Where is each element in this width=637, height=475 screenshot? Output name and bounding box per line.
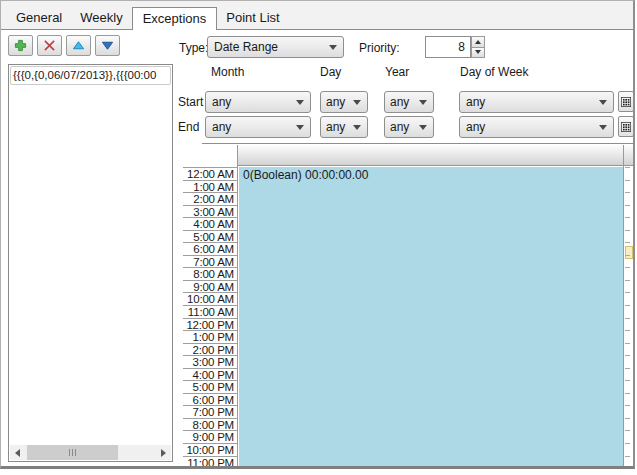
- hour-tick: [625, 330, 633, 343]
- tab-weekly[interactable]: Weekly: [71, 7, 131, 29]
- move-up-icon: [72, 39, 85, 52]
- hour-tick: [625, 180, 633, 193]
- chevron-down-icon: [599, 125, 607, 130]
- grip-icon: [75, 449, 76, 456]
- hour-tick: [625, 456, 633, 466]
- chevron-down-icon: [475, 50, 481, 54]
- start-day-select[interactable]: any: [320, 91, 368, 113]
- scrollbar-thumb[interactable]: [27, 445, 118, 460]
- hour-tick: [625, 292, 633, 305]
- time-label-row: 4:00 AM: [183, 217, 237, 230]
- hour-tick: [625, 405, 633, 418]
- end-year-value: any: [385, 120, 419, 134]
- tab-general[interactable]: General: [7, 7, 71, 29]
- end-row-label: End: [178, 120, 199, 134]
- end-day-select[interactable]: any: [320, 116, 368, 138]
- time-label-row: 7:00 PM: [183, 405, 237, 418]
- tab-point-list[interactable]: Point List: [217, 7, 288, 29]
- hour-tick: [625, 443, 633, 456]
- hour-tick: [625, 167, 633, 180]
- time-label-row: 11:00 AM: [183, 305, 237, 318]
- schedule-top-border: [202, 143, 635, 144]
- column-header-day-of-week: Day of Week: [460, 65, 528, 79]
- scrollbar-track[interactable]: [25, 445, 156, 460]
- start-date-grid-button[interactable]: [618, 91, 634, 112]
- time-label-row: 12:00 AM: [183, 167, 237, 180]
- exception-list-item[interactable]: {{{0,{0,06/07/2013}},{{{00:00: [10, 66, 171, 85]
- time-label-row: 11:00 PM: [183, 456, 237, 466]
- time-label-row: 3:00 PM: [183, 355, 237, 368]
- priority-spinner: [471, 36, 485, 58]
- start-dow-value: any: [460, 95, 599, 109]
- scroll-left-button[interactable]: [10, 445, 25, 460]
- start-year-select[interactable]: any: [384, 91, 434, 113]
- time-label-row: 8:00 AM: [183, 267, 237, 280]
- add-icon: [14, 39, 27, 52]
- chevron-down-icon: [353, 100, 361, 105]
- chevron-down-icon: [599, 100, 607, 105]
- hour-tick: [625, 267, 633, 280]
- chevron-down-icon: [296, 125, 304, 130]
- hour-tick: [625, 192, 633, 205]
- time-label-row: 7:00 AM: [183, 255, 237, 268]
- type-select[interactable]: Date Range: [207, 36, 344, 58]
- start-day-value: any: [321, 95, 353, 109]
- hour-tick: [625, 355, 633, 368]
- time-label-row: 2:00 PM: [183, 343, 237, 356]
- hour-tick: [625, 368, 633, 381]
- chevron-up-icon: [475, 40, 481, 44]
- grip-icon: [72, 449, 73, 456]
- move-down-button[interactable]: [95, 35, 120, 56]
- start-year-value: any: [385, 95, 419, 109]
- end-date-grid-button[interactable]: [618, 116, 634, 137]
- add-exception-button[interactable]: [8, 35, 33, 56]
- schedule-event-label: 0(Boolean) 00:00:00.00: [239, 167, 623, 182]
- spinner-down-button[interactable]: [471, 48, 485, 59]
- schedule-day-grid[interactable]: 0(Boolean) 00:00:00.00: [239, 167, 623, 466]
- chevron-down-icon: [353, 125, 361, 130]
- hour-tick: [625, 217, 633, 230]
- time-label-row: 12:00 PM: [183, 318, 237, 331]
- time-label-row: 9:00 AM: [183, 280, 237, 293]
- tab-exceptions[interactable]: Exceptions: [132, 7, 218, 30]
- move-down-icon: [101, 39, 114, 52]
- chevron-left-icon: [15, 449, 20, 457]
- start-day-of-week-select[interactable]: any: [459, 91, 614, 113]
- hour-tick: [625, 255, 633, 268]
- end-year-select[interactable]: any: [384, 116, 434, 138]
- tab-strip: General Weekly Exceptions Point List: [1, 1, 633, 30]
- time-gutter: 12:00 AM1:00 AM2:00 AM3:00 AM4:00 AM5:00…: [183, 167, 237, 466]
- schedule-column-header: [238, 145, 634, 166]
- end-month-select[interactable]: any: [205, 116, 311, 138]
- scroll-right-button[interactable]: [156, 445, 171, 460]
- chevron-down-icon: [419, 100, 427, 105]
- time-label-row: 5:00 AM: [183, 230, 237, 243]
- exception-list-toolbar: [8, 35, 120, 56]
- time-label-row: 3:00 AM: [183, 205, 237, 218]
- schedule-right-border: [634, 143, 635, 466]
- spinner-up-button[interactable]: [471, 36, 485, 48]
- time-label-row: 2:00 AM: [183, 192, 237, 205]
- priority-input[interactable]: 8: [425, 36, 471, 58]
- exception-list: {{{0,{0,06/07/2013}},{{{00:00: [8, 64, 173, 462]
- chevron-down-icon: [296, 100, 304, 105]
- priority-label: Priority:: [359, 41, 400, 55]
- time-label-row: 1:00 PM: [183, 330, 237, 343]
- hour-tick: [625, 305, 633, 318]
- time-label-row: 1:00 AM: [183, 180, 237, 193]
- hour-tick: [625, 205, 633, 218]
- type-label: Type:: [179, 41, 208, 55]
- tabs: General Weekly Exceptions Point List: [7, 7, 289, 30]
- start-month-select[interactable]: any: [205, 91, 311, 113]
- move-up-button[interactable]: [66, 35, 91, 56]
- column-header-year: Year: [385, 65, 409, 79]
- event-divider: [623, 145, 624, 466]
- type-select-value: Date Range: [208, 40, 329, 54]
- end-day-of-week-select[interactable]: any: [459, 116, 614, 138]
- calendar-grid-icon: [621, 118, 631, 136]
- time-label-row: 10:00 PM: [183, 443, 237, 456]
- time-label-row: 6:00 PM: [183, 393, 237, 406]
- delete-exception-button[interactable]: [37, 35, 62, 56]
- hour-tick: [625, 430, 633, 443]
- end-dow-value: any: [460, 120, 599, 134]
